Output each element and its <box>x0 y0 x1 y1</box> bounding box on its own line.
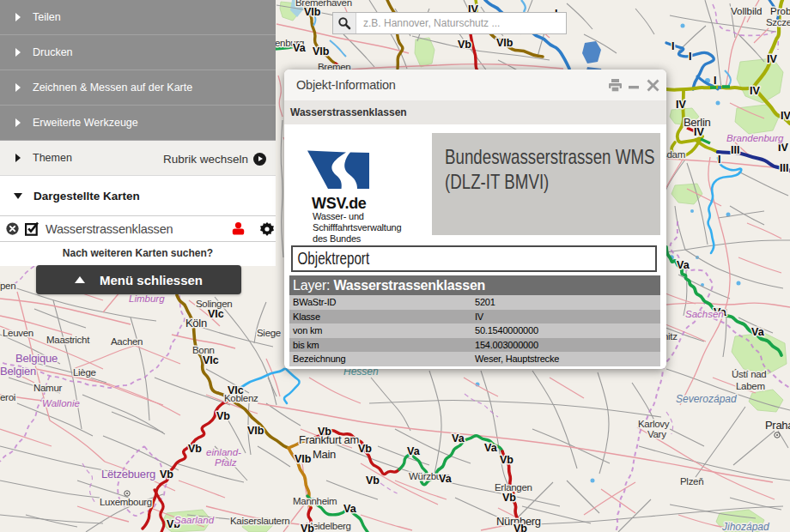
svg-text:Severozápad: Severozápad <box>676 393 737 405</box>
svg-text:Va: Va <box>407 445 421 457</box>
svg-text:Leuven: Leuven <box>3 328 33 338</box>
svg-text:Sachsen: Sachsen <box>685 309 724 319</box>
svg-text:Vb: Vb <box>301 523 314 532</box>
svg-text:Brandenburg: Brandenburg <box>726 133 784 143</box>
svg-text:Aachen: Aachen <box>111 336 143 347</box>
svg-text:Vb: Vb <box>358 443 372 455</box>
svg-text:einland-: einland- <box>206 447 241 457</box>
svg-text:VIb: VIb <box>295 453 312 465</box>
svg-text:Vb: Vb <box>514 523 527 532</box>
svg-text:VIb: VIb <box>304 6 321 18</box>
svg-text:Berlin: Berlin <box>684 116 711 129</box>
svg-text:III: III <box>731 144 739 156</box>
svg-text:Vary: Vary <box>647 429 666 439</box>
svg-text:VIc: VIc <box>208 308 224 320</box>
svg-text:Vb: Vb <box>160 469 173 481</box>
svg-text:Belgique: Belgique <box>15 352 58 365</box>
svg-text:Va: Va <box>677 259 690 271</box>
svg-text:Limburg: Limburg <box>129 293 165 304</box>
svg-text:Belgien: Belgien <box>0 365 36 378</box>
svg-text:Va: Va <box>484 442 498 454</box>
svg-text:Köln: Köln <box>185 317 207 329</box>
svg-text:Siege: Siege <box>257 328 281 338</box>
svg-text:Va: Va <box>452 432 465 444</box>
svg-text:III: III <box>780 162 788 174</box>
svg-text:Main: Main <box>313 448 336 461</box>
svg-text:Plzeň: Plzeň <box>680 476 703 487</box>
svg-text:Vb: Vb <box>500 454 514 466</box>
svg-text:Vb: Vb <box>318 426 331 438</box>
svg-text:VIc: VIc <box>203 354 219 366</box>
svg-text:Va: Va <box>751 326 765 338</box>
svg-text:IV: IV <box>750 85 760 97</box>
svg-text:Probl: Probl <box>770 6 790 16</box>
svg-text:Luxembourg: Luxembourg <box>100 497 152 507</box>
svg-text:Namur: Namur <box>33 383 62 393</box>
svg-text:Labem: Labem <box>736 381 765 391</box>
svg-text:IV: IV <box>778 142 788 154</box>
svg-text:I: I <box>672 40 674 52</box>
svg-text:Vb: Vb <box>458 39 471 51</box>
svg-text:VIb: VIb <box>247 425 264 437</box>
svg-text:Vb: Vb <box>188 443 202 455</box>
svg-text:Szcze: Szcze <box>766 17 790 27</box>
svg-text:Karlovy: Karlovy <box>638 419 670 429</box>
svg-text:Vb: Vb <box>502 492 516 504</box>
svg-text:Liège: Liège <box>73 367 96 378</box>
svg-text:I: I <box>689 51 691 63</box>
svg-text:VIb: VIb <box>496 37 514 49</box>
svg-text:Va: Va <box>439 473 453 485</box>
svg-text:Pfalz: Pfalz <box>215 457 237 468</box>
svg-text:I: I <box>718 154 720 166</box>
svg-text:IV: IV <box>676 99 686 111</box>
svg-text:VIc: VIc <box>228 384 244 396</box>
svg-text:IV: IV <box>781 110 790 122</box>
svg-text:Ústí nad: Ústí nad <box>732 369 766 379</box>
svg-text:Va: Va <box>343 503 357 515</box>
svg-text:Saarland: Saarland <box>174 515 215 525</box>
svg-text:I: I <box>714 75 716 87</box>
svg-text:pen: pen <box>0 281 15 291</box>
svg-text:Mannheim: Mannheim <box>293 496 337 506</box>
svg-text:IV: IV <box>767 53 777 65</box>
svg-text:Wallonie: Wallonie <box>42 398 80 408</box>
svg-text:eroi: eroi <box>0 392 15 402</box>
svg-text:VIb: VIb <box>313 45 330 57</box>
svg-text:Praha: Praha <box>765 419 790 432</box>
svg-text:Maastricht: Maastricht <box>46 335 90 345</box>
svg-text:Lëtzebuerg: Lëtzebuerg <box>101 468 155 481</box>
svg-text:Va: Va <box>293 42 307 54</box>
svg-text:Kaiserslautern: Kaiserslautern <box>230 516 289 526</box>
svg-text:Erlangen: Erlangen <box>495 482 532 493</box>
svg-text:Jihozápad: Jihozápad <box>721 521 769 532</box>
svg-text:Vollbild: Vollbild <box>731 6 762 16</box>
svg-text:Vb: Vb <box>216 410 230 422</box>
svg-text:Vb: Vb <box>366 475 380 487</box>
